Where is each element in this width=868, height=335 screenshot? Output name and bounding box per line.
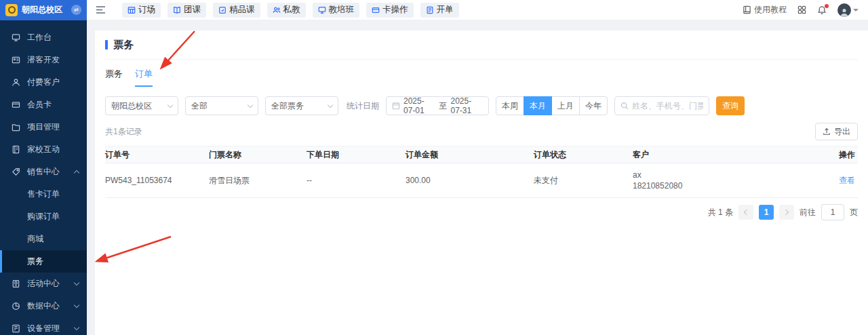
notifications-bell-icon[interactable] <box>817 5 827 15</box>
sidebar: 工作台 潜客开发 付费客户 会员卡 项目管理 家校互动 销售中心 售卡订单 <box>0 20 87 335</box>
sidebar-item-school-home[interactable]: 家校互动 <box>0 138 87 161</box>
ticket-type-select[interactable]: 全部票务 <box>265 96 338 115</box>
cell-order-date: -- <box>307 163 406 198</box>
activity-center-icon <box>12 279 21 288</box>
upload-icon <box>823 127 831 136</box>
topbar-right: 使用教程 <box>743 3 868 17</box>
user-menu[interactable] <box>837 3 859 17</box>
content-card: 票务 票务 订单 朝阳总校区 全部 全部票务 统计日期 <box>95 31 868 335</box>
cell-status: 未支付 <box>534 163 633 198</box>
sidebar-item-device-management[interactable]: 设备管理 <box>0 317 87 335</box>
customer-name: ax <box>633 170 804 180</box>
col-customer: 客户 <box>633 146 804 163</box>
workbench-icon <box>12 33 21 42</box>
page-header: 票务 <box>105 31 858 60</box>
project-icon <box>12 123 21 132</box>
sidebar-item-prospects[interactable]: 潜客开发 <box>0 49 87 71</box>
date-range-label: 统计日期 <box>347 100 379 112</box>
customer-phone: 18210852080 <box>633 180 804 191</box>
scope-select[interactable]: 全部 <box>185 96 258 115</box>
range-this-month-button[interactable]: 本月 <box>524 96 552 115</box>
app-logo <box>5 4 18 16</box>
date-range-picker[interactable]: 2025-07-01 至 2025-07-31 <box>386 96 489 115</box>
date-separator: 至 <box>439 100 448 112</box>
range-last-month-button[interactable]: 上月 <box>551 96 580 115</box>
prev-page-button[interactable] <box>738 205 753 220</box>
next-page-button[interactable] <box>779 205 794 220</box>
sidebar-item-data-center[interactable]: 数据中心 <box>0 295 87 317</box>
chevron-down-icon <box>74 302 79 308</box>
tutorial-icon <box>743 5 751 14</box>
chevron-down-icon <box>167 102 173 107</box>
sidebar-item-workbench[interactable]: 工作台 <box>0 26 87 49</box>
data-center-icon <box>12 302 21 311</box>
campus-select[interactable]: 朝阳总校区 <box>105 96 178 115</box>
records-summary: 共1条记录 <box>105 126 142 138</box>
sidebar-item-projects[interactable]: 项目管理 <box>0 116 87 138</box>
view-link[interactable]: 查看 <box>839 176 855 185</box>
tab-tickets[interactable]: 票务 <box>105 68 123 87</box>
switch-campus-icon[interactable]: ⇄ <box>71 5 81 15</box>
device-icon <box>12 324 21 333</box>
date-end: 2025-07-31 <box>451 96 484 115</box>
sidebar-item-member-cards[interactable]: 会员卡 <box>0 94 87 116</box>
export-button[interactable]: 导出 <box>815 123 858 140</box>
tab-orders[interactable]: 订单 <box>135 68 153 87</box>
goto-page-input[interactable] <box>821 204 844 220</box>
calendar-icon <box>392 102 400 110</box>
sidebar-item-card-orders[interactable]: 售卡订单 <box>0 183 87 205</box>
search-input[interactable] <box>632 101 703 111</box>
booking-icon <box>127 6 136 14</box>
col-order-no: 订单号 <box>105 146 209 163</box>
date-start: 2025-07-01 <box>403 96 436 115</box>
cell-ticket-name: 滑雪日场票 <box>209 163 307 198</box>
col-status: 订单状态 <box>534 146 633 163</box>
nav-billing-button[interactable]: 开单 <box>420 3 459 18</box>
nav-premium-class-button[interactable]: 精品课 <box>213 3 260 18</box>
query-button[interactable]: 查询 <box>716 96 745 115</box>
campus-name: 朝阳总校区 <box>22 4 62 16</box>
nav-card-ops-button[interactable]: 卡操作 <box>366 3 414 18</box>
sidebar-item-paying-customers[interactable]: 付费客户 <box>0 71 87 94</box>
group-class-icon <box>173 6 181 14</box>
goto-label: 前往 <box>800 207 816 218</box>
main-content: 票务 票务 订单 朝阳总校区 全部 全部票务 统计日期 <box>87 20 868 335</box>
nav-booking-button[interactable]: 订场 <box>122 3 161 18</box>
campus-switcher[interactable]: 朝阳总校区 ⇄ <box>0 0 87 20</box>
tabs: 票务 订单 <box>105 68 858 87</box>
sidebar-item-activity-center[interactable]: 活动中心 <box>0 273 87 295</box>
sidebar-item-ticketing[interactable]: 票务 <box>0 250 87 273</box>
chevron-down-icon <box>328 102 333 107</box>
search-field <box>614 96 709 115</box>
private-coach-icon <box>273 6 281 14</box>
nav-private-coach-button[interactable]: 私教 <box>267 3 306 18</box>
nav-training-button[interactable]: 教培班 <box>313 3 360 18</box>
sidebar-item-course-orders[interactable]: 购课订单 <box>0 205 87 228</box>
chevron-down-icon <box>853 9 859 12</box>
topbar: 朝阳总校区 ⇄ 订场 团课 精品课 私教 <box>0 0 868 20</box>
sidebar-item-mall[interactable]: 商城 <box>0 228 87 250</box>
filter-bar: 朝阳总校区 全部 全部票务 统计日期 2025-07-01 至 2025-07-… <box>105 96 858 115</box>
quick-nav: 订场 团课 精品课 私教 教培班 卡操作 <box>122 3 459 18</box>
apps-grid-icon[interactable] <box>797 5 806 14</box>
chevron-down-icon <box>248 102 253 107</box>
member-card-icon <box>12 100 21 109</box>
sidebar-item-sales-center[interactable]: 销售中心 <box>0 161 87 183</box>
chevron-down-icon <box>74 280 79 285</box>
quick-range-group: 本周 本月 上月 今年 <box>496 96 608 115</box>
pagination: 共 1 条 1 前往 页 <box>105 204 858 220</box>
page-number-button[interactable]: 1 <box>759 205 774 220</box>
billing-icon <box>426 6 434 14</box>
sales-center-icon <box>12 168 21 176</box>
sidebar-collapse-icon[interactable] <box>96 5 106 14</box>
nav-group-class-button[interactable]: 团课 <box>167 3 206 18</box>
range-this-week-button[interactable]: 本周 <box>496 96 524 115</box>
tutorial-link[interactable]: 使用教程 <box>743 4 787 16</box>
cell-order-no: PW543_11053674 <box>105 163 209 198</box>
col-order-date: 下单日期 <box>307 146 406 163</box>
range-this-year-button[interactable]: 今年 <box>579 96 608 115</box>
cell-amount: 300.00 <box>406 163 534 198</box>
orders-table: 订单号 门票名称 下单日期 订单金额 订单状态 客户 操作 PW543_1105… <box>105 146 858 198</box>
chevron-down-icon <box>74 325 79 330</box>
col-amount: 订单金额 <box>406 146 534 163</box>
